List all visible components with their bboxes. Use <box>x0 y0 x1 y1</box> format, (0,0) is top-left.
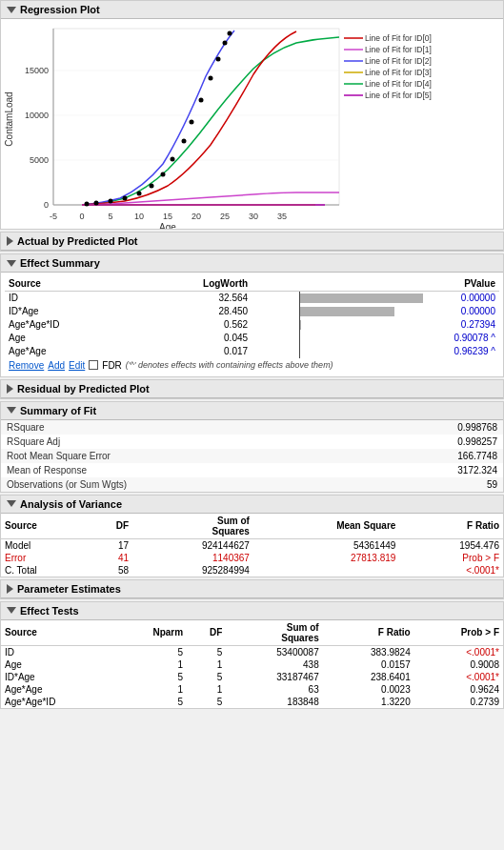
collapse-icon-3 <box>7 407 16 414</box>
pvalue-ageageid: 0.27394 <box>390 318 499 332</box>
col-source: Source <box>5 276 135 292</box>
pvalue-age: 0.90078 ^ <box>390 332 499 345</box>
bar-ageageid <box>252 318 390 332</box>
source-id: ID <box>5 292 135 305</box>
logworth-id: 32.564 <box>135 292 252 305</box>
svg-text:20: 20 <box>192 212 201 221</box>
remove-link[interactable]: Remove <box>9 360 44 371</box>
residual-predicted-header[interactable]: Residual by Predicted Plot <box>1 380 503 398</box>
et-df-age: 1 <box>187 658 226 671</box>
et-sumsq-id: 53400087 <box>226 645 322 658</box>
et-prob-age: 0.9008 <box>414 658 503 671</box>
edit-link[interactable]: Edit <box>69 360 85 371</box>
svg-point-27 <box>150 184 154 189</box>
table-row: Mean of Response 3172.324 <box>1 463 503 477</box>
source-ageage: Age*Age <box>5 345 135 358</box>
svg-text:Line of Fit for ID[3]: Line of Fit for ID[3] <box>365 68 432 77</box>
fdr-checkbox[interactable] <box>89 360 98 370</box>
table-row: ID 5 5 53400087 383.9824 <.0001* <box>1 645 503 658</box>
pvalue-idage: 0.00000 <box>390 305 499 318</box>
fit-value-rsquare: 0.998768 <box>192 420 503 435</box>
fit-label-mean: Mean of Response <box>1 463 192 477</box>
summary-fit-content: RSquare 0.998768 RSquare Adj 0.998257 Ro… <box>1 420 503 492</box>
table-row: RSquare Adj 0.998257 <box>1 435 503 449</box>
fit-value-rmse: 166.7748 <box>192 449 503 463</box>
anova-meansq-model: 54361449 <box>253 538 399 552</box>
parameter-estimates-header[interactable]: Parameter Estimates <box>1 580 503 598</box>
regression-plot-title: Regression Plot <box>20 4 100 15</box>
anova-col-source: Source <box>1 514 89 539</box>
bar-age <box>252 332 390 345</box>
logworth-ageage: 0.017 <box>135 345 252 358</box>
table-row: Age*Age 0.017 0.96239 ^ <box>5 345 499 358</box>
effect-summary-table: Source LogWorth PValue ID 32.564 0.00000 <box>5 276 499 358</box>
anova-source-error: Error <box>1 552 89 564</box>
svg-text:15000: 15000 <box>25 66 49 75</box>
collapse-icon-2 <box>7 260 16 267</box>
svg-point-35 <box>223 41 228 46</box>
effect-tests-panel: Effect Tests Source Nparm DF Sum of Squa… <box>0 601 504 709</box>
effect-tests-header[interactable]: Effect Tests <box>1 602 503 620</box>
summary-fit-header[interactable]: Summary of Fit <box>1 402 503 420</box>
anova-col-df: DF <box>89 514 133 539</box>
regression-plot-header[interactable]: Regression Plot <box>1 1 503 19</box>
logworth-idage: 28.450 <box>135 305 252 318</box>
col-logworth: LogWorth <box>135 276 252 292</box>
residual-predicted-title: Residual by Predicted Plot <box>17 383 150 395</box>
fit-value-rsquare-adj: 0.998257 <box>192 435 503 449</box>
expand-icon-3 <box>7 584 13 594</box>
anova-sumsq-model: 924144627 <box>132 538 253 552</box>
fit-label-rsquare: RSquare <box>1 420 192 435</box>
svg-point-33 <box>209 76 213 81</box>
anova-panel: Analysis of Variance Source DF Sum of Sq… <box>0 495 504 577</box>
add-link[interactable]: Add <box>48 360 65 371</box>
table-row: Age*Age 1 1 63 0.0023 0.9624 <box>1 683 503 696</box>
anova-fratio-error: Prob > F <box>399 552 503 564</box>
svg-point-30 <box>182 139 187 144</box>
source-age: Age <box>5 332 135 345</box>
actual-predicted-header[interactable]: Actual by Predicted Plot <box>1 233 503 251</box>
effect-summary-panel: Effect Summary Source LogWorth PValue ID… <box>0 253 504 377</box>
col-pvalue: PValue <box>390 276 499 292</box>
et-prob-idage: <.0001* <box>414 671 503 683</box>
anova-table: Source DF Sum of Squares Mean Square F R… <box>1 514 503 577</box>
svg-point-23 <box>94 201 99 206</box>
et-prob-ageageid: 0.2739 <box>414 696 503 708</box>
table-row: RSquare 0.998768 <box>1 420 503 435</box>
svg-text:Age: Age <box>159 222 176 229</box>
table-row: Age*Age*ID 5 5 183848 1.3220 0.2739 <box>1 696 503 708</box>
effect-summary-content: Source LogWorth PValue ID 32.564 0.00000 <box>1 273 503 376</box>
summary-fit-table: RSquare 0.998768 RSquare Adj 0.998257 Ro… <box>1 420 503 492</box>
effect-summary-header[interactable]: Effect Summary <box>1 254 503 273</box>
anova-col-meansq: Mean Square <box>253 514 399 539</box>
et-df-idage: 5 <box>187 671 226 683</box>
fit-value-obs: 59 <box>192 477 503 492</box>
svg-point-36 <box>228 31 232 36</box>
collapse-icon <box>7 7 16 13</box>
anova-content: Source DF Sum of Squares Mean Square F R… <box>1 514 503 577</box>
regression-plot-panel: Regression Plot ContamLoad 0 5000 10000 … <box>0 0 504 230</box>
logworth-age: 0.045 <box>135 332 252 345</box>
table-row: Age*Age*ID 0.562 0.27394 <box>5 318 499 332</box>
svg-text:30: 30 <box>249 212 258 221</box>
svg-text:15: 15 <box>163 212 172 221</box>
source-idage: ID*Age <box>5 305 135 318</box>
fit-label-obs: Observations (or Sum Wgts) <box>1 477 192 492</box>
et-fratio-age: 0.0157 <box>323 658 414 671</box>
fdr-label: FDR <box>102 360 122 371</box>
anova-fratio-model: 1954.476 <box>399 538 503 552</box>
parameter-estimates-title: Parameter Estimates <box>17 583 121 595</box>
anova-df-model: 17 <box>89 538 133 552</box>
svg-point-24 <box>109 199 113 204</box>
svg-point-29 <box>171 157 175 162</box>
fit-label-rsquare-adj: RSquare Adj <box>1 435 192 449</box>
svg-text:Line of Fit for ID[2]: Line of Fit for ID[2] <box>365 56 432 66</box>
et-prob-ageage: 0.9624 <box>414 683 503 696</box>
actual-predicted-title: Actual by Predicted Plot <box>17 235 138 247</box>
source-ageageid: Age*Age*ID <box>5 318 135 332</box>
fit-value-mean: 3172.324 <box>192 463 503 477</box>
et-df-id: 5 <box>187 645 226 658</box>
table-row: Age 0.045 0.90078 ^ <box>5 332 499 345</box>
anova-header[interactable]: Analysis of Variance <box>1 496 503 514</box>
table-row: C. Total 58 925284994 <.0001* <box>1 564 503 577</box>
